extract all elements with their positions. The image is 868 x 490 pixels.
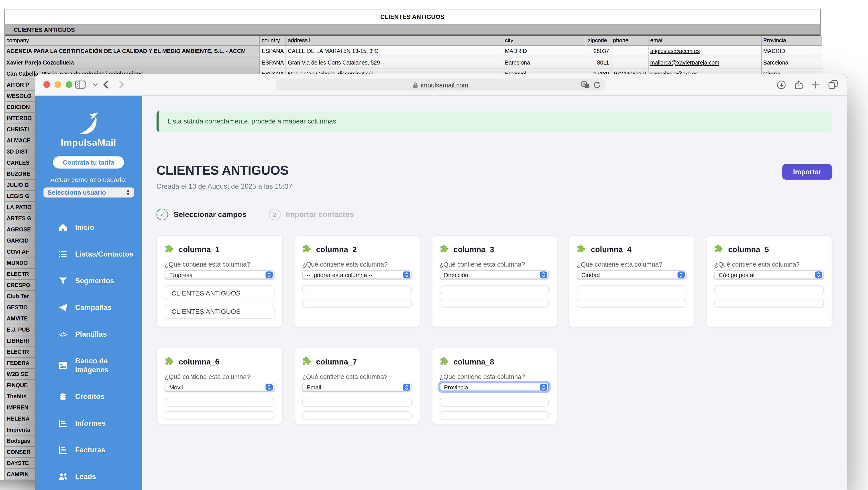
sheet-row-company-truncated: AGROSE (5, 224, 35, 235)
sidebar-item-plantillas[interactable]: </>Plantillas (35, 321, 142, 348)
sheet-column-header: address1 (286, 36, 503, 45)
new-tab-icon[interactable] (812, 80, 820, 89)
url-text: impulsamail.com (421, 81, 468, 88)
sidebar-item-label: Listas/Contactos (75, 250, 131, 259)
sheet-cell: mallorca@xavierpareja.com (649, 57, 762, 68)
select-stepper-icon (815, 271, 823, 278)
users-icon (58, 472, 68, 482)
list-icon (58, 249, 68, 259)
table-row: AGENCIA PARA LA CERTIFICACIÓN DE LA CALI… (5, 45, 820, 57)
preview-box (577, 299, 686, 308)
sheet-row-company-truncated: Bodegas (5, 435, 35, 446)
sheet-row-company-truncated: AITOR P (5, 79, 35, 90)
column-field-select[interactable]: Email (302, 383, 412, 391)
column-card-columna_2: columna_2¿Qué contiene esta columna?-- I… (294, 235, 420, 328)
sidebar-toggle-icon[interactable] (75, 80, 86, 89)
column-question-label: ¿Qué contiene esta columna? (302, 261, 412, 269)
card-header: columna_5 (714, 244, 824, 255)
app-sidebar: ImpulsaMail Contrata tu tarifa Actuar co… (35, 96, 142, 490)
column-card-title: columna_1 (179, 245, 220, 254)
column-question-label: ¿Qué contiene esta columna? (577, 261, 686, 269)
close-window-button[interactable] (43, 81, 50, 88)
sheet-row-company-truncated: Thebits (5, 391, 35, 402)
minimize-window-button[interactable] (55, 81, 61, 88)
sheet-column-header: email (649, 36, 762, 45)
sidebar-item-cr-ditos[interactable]: Créditos (35, 383, 142, 410)
select-stepper-icon (678, 271, 685, 278)
column-field-select[interactable]: Código postal (714, 270, 824, 279)
column-field-select[interactable]: Móvil (165, 383, 274, 391)
sheet-row-company-truncated: CHRISTI (5, 124, 35, 135)
sheet-left-strip: AITOR PWESOLOEDICIONINTERBOCHRISTIALMACE… (4, 79, 35, 480)
select-value: Código postal (719, 271, 755, 278)
sheet-row-company-truncated: DAYSTE (5, 458, 35, 469)
sidebar-item-label: Leads (75, 472, 131, 481)
sidebar-item-label: Créditos (75, 392, 131, 401)
reload-icon[interactable] (593, 81, 601, 89)
sidebar-item-label: Banco de Imágenes (75, 357, 131, 374)
sidebar-item-campa-as[interactable]: Campañas (35, 294, 142, 321)
sidebar-item-informes[interactable]: Informes (35, 410, 142, 437)
column-field-select[interactable]: Ciudad (577, 270, 686, 279)
sidebar-item-label: Campañas (75, 303, 131, 312)
puzzle-icon (302, 356, 312, 368)
back-icon[interactable] (103, 80, 108, 89)
column-mapping-grid: columna_1¿Qué contiene esta columna?Empr… (157, 235, 832, 425)
toolbar-divider (90, 80, 90, 89)
column-card-title: columna_2 (316, 245, 357, 254)
column-card-columna_3: columna_3¿Qué contiene esta columna?Dire… (431, 235, 557, 328)
sheet-cell: AGENCIA PARA LA CERTIFICACIÓN DE LA CALI… (5, 45, 260, 57)
sidebar-item-banco-de-im-genes[interactable]: Banco de Imágenes (35, 348, 142, 383)
sidebar-item-leads[interactable]: Leads (35, 463, 142, 490)
sheet-band-label: CLIENTES ANTIGUOS (5, 26, 75, 33)
translate-icon[interactable]: Ax (581, 81, 590, 89)
column-question-label: ¿Qué contiene esta columna? (440, 261, 549, 269)
user-select-value: Selecciona usuario (48, 189, 106, 196)
main-content: Lista subida correctamente, procede a ma… (142, 96, 847, 490)
sidebar-item-inicio[interactable]: Inicio (35, 214, 142, 241)
chevron-down-icon[interactable] (93, 83, 98, 86)
tabs-overview-icon[interactable] (828, 80, 838, 89)
column-card-columna_5: columna_5¿Qué contiene esta columna?Códi… (706, 235, 832, 328)
sheet-cell: afiglesias@accm.es (649, 45, 762, 57)
column-card-title: columna_4 (591, 245, 631, 254)
column-field-select[interactable]: Provincia (440, 383, 549, 391)
preview-box (302, 398, 412, 407)
sheet-row-company-truncated: 3D DIST (5, 146, 35, 157)
forward-icon[interactable] (119, 80, 124, 89)
card-header: columna_7 (302, 356, 412, 367)
sheet-row-company-truncated: FINQUE (5, 380, 35, 391)
sheet-row-company-truncated: MUNDO (5, 257, 35, 268)
sheet-row-company-truncated: COVI AF (5, 246, 35, 257)
zoom-window-button[interactable] (66, 81, 72, 88)
sheet-header-row: companycountryaddress1cityzipcodephoneem… (5, 36, 820, 45)
step-label: Seleccionar campos (174, 210, 246, 219)
column-field-select[interactable]: -- Ignorar esta columna -- (302, 270, 412, 279)
sidebar-item-segmentos[interactable]: Segmentos (35, 268, 142, 294)
step-check-icon: ✓ (157, 209, 168, 221)
select-value: Dirección (444, 271, 468, 278)
sidebar-item-label: Plantillas (75, 330, 131, 339)
card-header: columna_6 (165, 356, 274, 367)
success-banner: Lista subida correctamente, procede a ma… (157, 111, 832, 132)
download-icon[interactable] (777, 80, 786, 90)
sheet-cell: 8011 (586, 57, 612, 68)
spreadsheet-table: CLIENTES ANTIGUOS CLIENTES ANTIGUOS comp… (4, 9, 820, 80)
contrata-tarifa-button[interactable]: Contrata tu tarifa (53, 157, 124, 169)
safari-window: impulsamail.com Ax (35, 74, 847, 490)
sidebar-item-listas-contactos[interactable]: Listas/Contactos (35, 241, 142, 268)
address-bar[interactable]: impulsamail.com Ax (276, 78, 604, 92)
sidebar-item-facturas[interactable]: Facturas (35, 437, 142, 463)
importar-button[interactable]: Importar (782, 164, 832, 180)
share-icon[interactable] (795, 80, 803, 90)
column-field-select[interactable]: Empresa (165, 270, 274, 279)
column-question-label: ¿Qué contiene esta columna? (165, 373, 274, 381)
column-field-select[interactable]: Dirección (440, 270, 549, 279)
sheet-row-company-truncated: AMVITE (5, 313, 35, 324)
sidebar-item-label: Facturas (75, 446, 131, 454)
puzzle-icon (577, 243, 587, 255)
user-select[interactable]: Selecciona usuario (43, 188, 134, 198)
select-stepper-icon (403, 271, 410, 278)
select-value: -- Ignorar esta columna -- (307, 271, 373, 278)
svg-text:x: x (586, 84, 588, 88)
